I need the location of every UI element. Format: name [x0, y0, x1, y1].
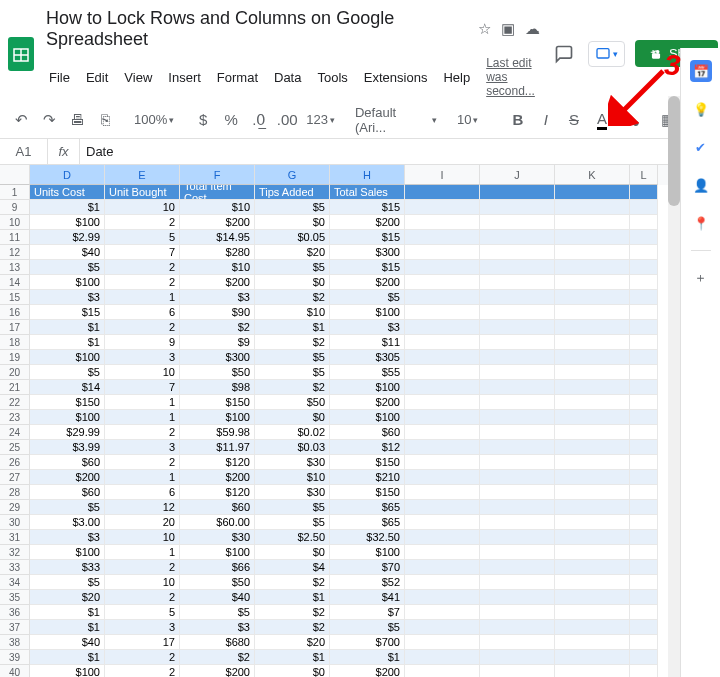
cell[interactable]: $0	[255, 665, 330, 677]
cell[interactable]	[405, 665, 480, 677]
cell[interactable]: 7	[105, 380, 180, 395]
row-header[interactable]: 14	[0, 275, 30, 290]
cell[interactable]: 17	[105, 635, 180, 650]
cell[interactable]	[555, 635, 630, 650]
cell[interactable]: $41	[330, 590, 405, 605]
cell[interactable]	[480, 560, 555, 575]
row-header[interactable]: 10	[0, 215, 30, 230]
cell[interactable]: $65	[330, 500, 405, 515]
cell[interactable]: $305	[330, 350, 405, 365]
cell[interactable]	[480, 290, 555, 305]
cell[interactable]	[405, 215, 480, 230]
cell[interactable]	[555, 575, 630, 590]
cell[interactable]: $5	[255, 350, 330, 365]
contacts-icon[interactable]: 👤	[690, 174, 712, 196]
cell[interactable]: $14	[30, 380, 105, 395]
cell[interactable]: $200	[180, 215, 255, 230]
cell[interactable]: 3	[105, 620, 180, 635]
cell[interactable]	[480, 575, 555, 590]
cell[interactable]: $100	[30, 545, 105, 560]
cell[interactable]: $280	[180, 245, 255, 260]
cell[interactable]	[630, 485, 658, 500]
cell[interactable]	[405, 275, 480, 290]
cell[interactable]: $5	[255, 515, 330, 530]
cell[interactable]: $50	[180, 575, 255, 590]
menu-help[interactable]: Help	[436, 67, 477, 88]
cell[interactable]: $5	[30, 500, 105, 515]
row-header[interactable]: 31	[0, 530, 30, 545]
cell[interactable]	[480, 545, 555, 560]
cell[interactable]: $1	[30, 650, 105, 665]
row-header[interactable]: 22	[0, 395, 30, 410]
cell[interactable]	[630, 455, 658, 470]
cell[interactable]	[405, 455, 480, 470]
cell[interactable]	[630, 545, 658, 560]
paint-format-icon[interactable]: ⎘	[92, 107, 118, 133]
cell[interactable]	[405, 365, 480, 380]
cell[interactable]	[630, 230, 658, 245]
cell[interactable]	[555, 335, 630, 350]
cell[interactable]: 2	[105, 455, 180, 470]
cell[interactable]: $66	[180, 560, 255, 575]
cell[interactable]: $3	[180, 620, 255, 635]
cell[interactable]: $300	[330, 245, 405, 260]
cell[interactable]: $90	[180, 305, 255, 320]
cell[interactable]: $5	[255, 365, 330, 380]
cell[interactable]	[405, 440, 480, 455]
row-header[interactable]: 30	[0, 515, 30, 530]
cell[interactable]: $15	[330, 200, 405, 215]
cell[interactable]	[630, 590, 658, 605]
cell[interactable]	[405, 470, 480, 485]
italic-icon[interactable]: I	[533, 107, 559, 133]
cell[interactable]	[555, 530, 630, 545]
cell[interactable]	[630, 350, 658, 365]
cell[interactable]	[480, 350, 555, 365]
cell[interactable]: 12	[105, 500, 180, 515]
cell[interactable]	[405, 605, 480, 620]
cell[interactable]: $150	[330, 485, 405, 500]
row-header[interactable]: 12	[0, 245, 30, 260]
cell[interactable]: $29.99	[30, 425, 105, 440]
name-box[interactable]: A1	[0, 139, 48, 164]
maps-icon[interactable]: 📍	[690, 212, 712, 234]
cell[interactable]: $2	[255, 620, 330, 635]
cell[interactable]: $150	[30, 395, 105, 410]
cell[interactable]: 5	[105, 605, 180, 620]
cell[interactable]	[480, 320, 555, 335]
cell[interactable]: $98	[180, 380, 255, 395]
cell[interactable]	[405, 620, 480, 635]
cell[interactable]: $60.00	[180, 515, 255, 530]
cell[interactable]: $5	[255, 200, 330, 215]
cell[interactable]: 10	[105, 575, 180, 590]
cell[interactable]	[555, 605, 630, 620]
cell[interactable]	[630, 335, 658, 350]
cell[interactable]	[555, 620, 630, 635]
cell[interactable]: $1	[30, 200, 105, 215]
cell[interactable]	[480, 245, 555, 260]
cell[interactable]: $0	[255, 215, 330, 230]
cell[interactable]	[480, 590, 555, 605]
row-header[interactable]: 20	[0, 365, 30, 380]
row-header[interactable]: 28	[0, 485, 30, 500]
cell[interactable]	[405, 260, 480, 275]
cell[interactable]: $55	[330, 365, 405, 380]
cell[interactable]	[405, 530, 480, 545]
cell[interactable]	[405, 335, 480, 350]
cell[interactable]	[630, 200, 658, 215]
cell[interactable]	[480, 500, 555, 515]
cell[interactable]	[555, 395, 630, 410]
present-button[interactable]: ▾	[588, 41, 625, 67]
cell[interactable]: 2	[105, 215, 180, 230]
cell[interactable]: $2.50	[255, 530, 330, 545]
cell[interactable]: $15	[30, 305, 105, 320]
cell[interactable]: $3	[180, 290, 255, 305]
cell[interactable]: $15	[330, 260, 405, 275]
row-header[interactable]: 38	[0, 635, 30, 650]
row-header[interactable]: 19	[0, 350, 30, 365]
cell[interactable]	[630, 500, 658, 515]
cell[interactable]: $4	[255, 560, 330, 575]
cell[interactable]: 2	[105, 320, 180, 335]
cell[interactable]: $3	[330, 320, 405, 335]
cell[interactable]: $3	[30, 290, 105, 305]
cell[interactable]: $120	[180, 485, 255, 500]
